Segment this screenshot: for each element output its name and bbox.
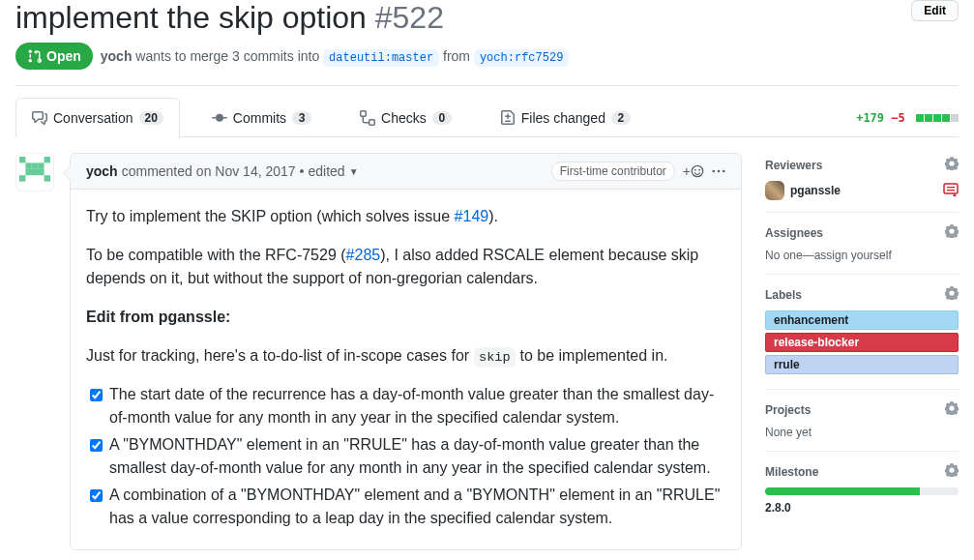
chevron-down-icon[interactable]: ▼ — [349, 166, 359, 177]
checks-count: 0 — [432, 111, 452, 125]
tab-checks[interactable]: Checks 0 — [343, 98, 468, 137]
svg-rect-3 — [25, 162, 31, 168]
label-rrule[interactable]: rrule — [765, 355, 959, 374]
gear-icon[interactable] — [945, 401, 959, 418]
labels-title[interactable]: Labels — [765, 286, 959, 303]
assignees-title[interactable]: Assignees — [765, 224, 959, 241]
tab-conversation[interactable]: Conversation 20 — [15, 98, 180, 137]
svg-point-13 — [718, 170, 721, 173]
gear-icon[interactable] — [945, 286, 959, 303]
conversation-icon — [32, 110, 47, 126]
changes-requested-icon — [943, 182, 959, 200]
checks-icon — [360, 110, 375, 126]
tab-commits[interactable]: Commits 3 — [195, 98, 328, 137]
additions: +179 — [856, 111, 884, 125]
svg-rect-15 — [944, 184, 958, 193]
svg-rect-8 — [44, 175, 50, 181]
kebab-icon[interactable] — [712, 164, 725, 178]
svg-rect-5 — [32, 162, 38, 168]
task-text: The start date of the recurrence has a d… — [109, 386, 714, 426]
issue-link-285[interactable]: #285 — [346, 247, 381, 263]
state-label: Open — [46, 48, 81, 64]
comment-author[interactable]: yoch — [86, 163, 118, 179]
label-release-blocker[interactable]: release-blocker — [765, 333, 959, 352]
deletions: −5 — [891, 111, 904, 125]
bullet: • — [300, 163, 305, 179]
pr-title: implement the skip option #522 — [15, 0, 444, 35]
avatar-icon — [19, 157, 50, 188]
issue-link-149[interactable]: #149 — [455, 208, 489, 224]
svg-point-12 — [712, 170, 715, 173]
svg-rect-7 — [19, 175, 25, 181]
milestone-title[interactable]: Milestone — [765, 463, 959, 480]
svg-rect-2 — [44, 157, 50, 162]
files-icon — [500, 110, 516, 126]
svg-point-11 — [698, 169, 700, 171]
task-checkbox[interactable] — [90, 389, 103, 401]
task-item: A "BYMONTHDAY" element in an "RRULE" has… — [109, 433, 725, 480]
comment-p2: To be compatible with the RFC-7529 (#285… — [86, 244, 725, 290]
tab-commits-label: Commits — [233, 110, 286, 126]
code-skip: skip — [474, 347, 517, 367]
task-checkbox[interactable] — [90, 439, 103, 452]
svg-rect-1 — [19, 157, 25, 162]
projects-text: None yet — [765, 426, 959, 439]
svg-point-14 — [723, 170, 725, 173]
task-checkbox[interactable] — [90, 489, 103, 502]
tabs-nav: Conversation 20 Commits 3 Checks 0 Files… — [15, 98, 647, 137]
state-badge: Open — [15, 43, 93, 70]
pr-number: #522 — [375, 0, 444, 35]
task-item: The start date of the recurrence has a d… — [109, 383, 725, 429]
projects-title[interactable]: Projects — [765, 401, 959, 418]
tab-files[interactable]: Files changed 2 — [484, 98, 647, 137]
tab-files-label: Files changed — [521, 110, 605, 126]
task-list: The start date of the recurrence has a d… — [86, 383, 725, 530]
reviewer-link[interactable]: pganssle — [790, 184, 841, 197]
edit-heading: Edit from pganssle: — [86, 306, 725, 329]
svg-rect-17 — [947, 190, 955, 191]
comment-verb: commented — [122, 163, 192, 179]
first-time-badge: First-time contributor — [551, 162, 675, 181]
commits-icon — [212, 110, 227, 126]
pr-icon — [27, 48, 43, 64]
comment-timestamp[interactable]: on Nov 14, 2017 — [196, 163, 296, 179]
svg-rect-16 — [947, 187, 955, 188]
merge-text: wants to merge 3 commits into — [135, 48, 319, 64]
milestone-link[interactable]: 2.8.0 — [765, 501, 791, 515]
assignees-text[interactable]: No one—assign yourself — [765, 249, 959, 262]
svg-point-10 — [694, 169, 696, 171]
comment-p3: Just for tracking, here's a to-do-list o… — [86, 344, 725, 368]
from-text: from — [443, 48, 470, 64]
tab-checks-label: Checks — [381, 110, 427, 126]
svg-rect-4 — [38, 162, 44, 168]
reviewers-title[interactable]: Reviewers — [765, 157, 959, 173]
avatar[interactable] — [15, 153, 54, 192]
commits-count: 3 — [292, 111, 311, 125]
label-enhancement[interactable]: enhancement — [765, 310, 959, 330]
task-text: A "BYMONTHDAY" element in an "RRULE" has… — [109, 436, 711, 476]
gear-icon[interactable] — [945, 224, 959, 241]
reviewer-avatar[interactable] — [765, 181, 784, 200]
pr-title-text: implement the skip option — [15, 0, 367, 35]
gear-icon[interactable] — [945, 463, 959, 480]
add-reaction-button[interactable]: + — [683, 163, 704, 179]
base-branch[interactable]: dateutil:master — [323, 49, 439, 67]
svg-rect-6 — [25, 169, 44, 175]
tab-conversation-label: Conversation — [53, 110, 133, 126]
gear-icon[interactable] — [945, 157, 959, 173]
task-item: A combination of a "BYMONTHDAY" element … — [109, 484, 725, 530]
milestone-progress — [765, 487, 959, 495]
files-count: 2 — [611, 111, 631, 125]
diff-blocks — [916, 114, 959, 122]
conversation-count: 20 — [139, 111, 163, 125]
merge-description: yoch wants to merge 3 commits into dateu… — [101, 48, 570, 65]
edited-label[interactable]: edited — [309, 163, 345, 179]
edit-button[interactable]: Edit — [911, 0, 959, 21]
task-text: A combination of a "BYMONTHDAY" element … — [109, 486, 720, 526]
comment: yoch commented on Nov 14, 2017 • edited … — [70, 153, 742, 550]
head-branch[interactable]: yoch:rfc7529 — [474, 49, 569, 67]
diffstat: +179 −5 — [856, 111, 959, 125]
comment-p1: Try to implement the SKIP option (which … — [86, 205, 725, 228]
author-link[interactable]: yoch — [101, 48, 133, 64]
